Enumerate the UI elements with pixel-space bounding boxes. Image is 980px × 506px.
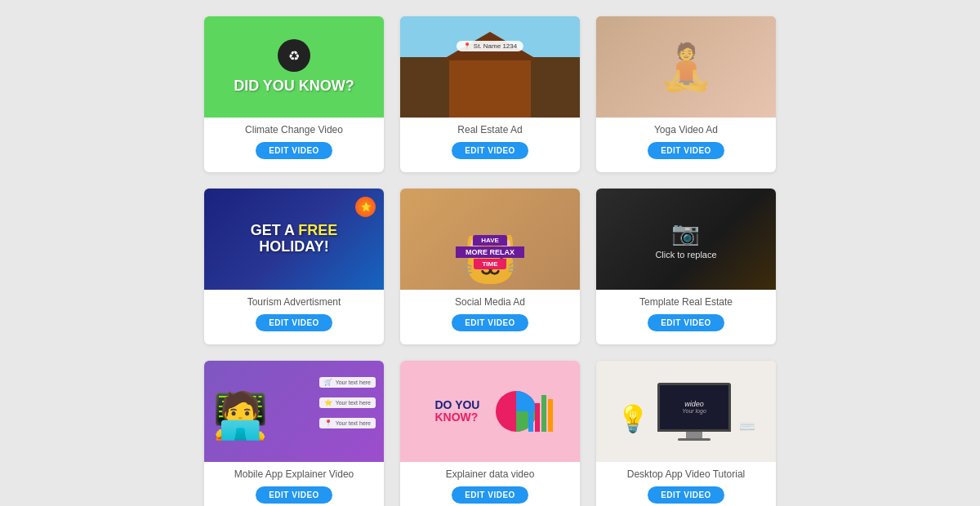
monitor-stand [678,438,710,441]
thumbnail-yoga: 🧘 [596,16,776,118]
thumbnail-real-estate: 📍 St. Name 1234 [400,16,580,118]
edit-button-social[interactable]: EDIT VIDEO [452,314,528,331]
card-yoga: 🧘 Yoga Video Ad EDIT VIDEO [596,16,776,172]
card-info-climate: Climate Change Video EDIT VIDEO [204,118,384,172]
video-grid: ♻ DID YOU KNOW? Climate Change Video EDI… [204,16,776,506]
relax-overlay: HAVE MORE RELAX TIME [456,235,524,269]
monitor-logo: wideo Your logo [682,400,706,414]
yoga-figure-icon: 🧘 [658,41,715,94]
thumbnail-explainer: DO YOUKNOW? [400,361,580,462]
chart-area [488,383,545,440]
app-line-3: 📍 Your text here [319,418,376,428]
edit-button-explainer[interactable]: EDIT VIDEO [452,486,528,504]
click-replace-text: Click to replace [655,250,716,260]
card-explainer-data: DO YOUKNOW? [400,361,580,506]
climate-text: DID YOU KNOW? [234,78,354,95]
bar-chart-area [528,387,553,432]
card-info-mobile-app: Mobile App Explainer Video EDIT VIDEO [204,462,384,506]
card-title-yoga: Yoga Video Ad [604,124,768,135]
recycle-icon: ♻ [278,39,310,72]
camera-icon: 📷 [671,220,700,246]
card-climate-change: ♻ DID YOU KNOW? Climate Change Video EDI… [204,16,384,172]
svg-rect-4 [548,399,553,432]
app-text-lines: 🛒 Your text here ⭐ Your text here 📍 Your… [319,377,376,428]
card-tourism: ⭐ GET A FREEHOLIDAY! Tourism Advertismen… [204,189,384,344]
relax-more-text: MORE RELAX [456,246,524,258]
relax-time-text: TIME [474,259,506,269]
card-title-explainer: Explainer data video [408,468,572,480]
card-info-template-re: Template Real Estate EDIT VIDEO [596,290,776,344]
thumbnail-mobile-app: 🧑‍💻 🛒 Your text here ⭐ Your text here 📍 … [204,361,384,462]
card-mobile-app: 🧑‍💻 🛒 Your text here ⭐ Your text here 📍 … [204,361,384,506]
do-you-know-text: DO YOUKNOW? [435,399,480,424]
svg-rect-1 [528,411,533,432]
house-body [449,60,531,118]
svg-rect-2 [535,403,540,432]
card-title-tourism: Tourism Advertisment [212,296,376,308]
app-line-2: ⭐ Your text here [319,397,376,408]
card-desktop-app: 💡 wideo Your logo ⌨️ Desktop App Video T… [596,361,776,506]
camera-icon-wrap: 📷 Click to replace [655,220,716,260]
monitor-base [686,432,702,438]
card-info-explainer: Explainer data video EDIT VIDEO [400,462,580,506]
thumbnail-social: 🐱 HAVE MORE RELAX TIME [400,189,580,290]
relax-have-text: HAVE [473,235,507,246]
edit-button-real-estate-ad[interactable]: EDIT VIDEO [452,142,528,159]
card-title-real-estate-ad: Real Estate Ad [408,124,572,135]
card-info-desktop: Desktop App Video Tutorial EDIT VIDEO [596,462,776,506]
cart-icon: 🛒 [324,379,332,386]
edit-button-mobile-app[interactable]: EDIT VIDEO [256,486,332,504]
room-background: 📷 Click to replace [596,189,776,290]
card-title-social: Social Media Ad [408,296,572,308]
thumbnail-desktop: 💡 wideo Your logo ⌨️ [596,361,776,462]
thumbnail-template-re: 📷 Click to replace [596,189,776,290]
bar-chart [528,387,553,432]
edit-button-climate[interactable]: EDIT VIDEO [256,142,332,159]
card-template-re: 📷 Click to replace Template Real Estate … [596,189,776,344]
card-title-climate: Climate Change Video [212,124,376,135]
location-pin: 📍 St. Name 1234 [457,41,523,51]
thumbnail-tourism: ⭐ GET A FREEHOLIDAY! [204,189,384,290]
card-real-estate-ad: 📍 St. Name 1234 Real Estate Ad EDIT VIDE… [400,16,580,172]
yoga-image: 🧘 [596,16,776,118]
edit-button-yoga[interactable]: EDIT VIDEO [648,142,724,159]
card-info-real-estate-ad: Real Estate Ad EDIT VIDEO [400,118,580,172]
svg-rect-3 [541,395,546,432]
do-you-know-text-wrap: DO YOUKNOW? [435,399,480,424]
card-info-social: Social Media Ad EDIT VIDEO [400,290,580,344]
house-bg [400,16,580,118]
keyboard-icon: ⌨️ [739,419,755,434]
card-title-template-re: Template Real Estate [604,296,768,308]
monitor-screen: wideo Your logo [657,383,731,432]
thumbnail-climate: ♻ DID YOU KNOW? [204,16,384,118]
holiday-text: GET A FREEHOLIDAY! [251,223,338,255]
desk-lamp-icon: 💡 [617,403,649,434]
monitor-wrap: wideo Your logo [657,383,731,441]
card-info-yoga: Yoga Video Ad EDIT VIDEO [596,118,776,172]
desktop-scene: 💡 wideo Your logo ⌨️ [617,383,755,441]
card-info-tourism: Tourism Advertisment EDIT VIDEO [204,290,384,344]
edit-button-template-re[interactable]: EDIT VIDEO [648,314,724,331]
app-line-1: 🛒 Your text here [319,377,376,388]
holiday-badge: ⭐ [355,197,376,217]
card-title-desktop: Desktop App Video Tutorial [604,468,768,480]
location-icon: 📍 [324,419,332,427]
edit-button-tourism[interactable]: EDIT VIDEO [256,314,332,331]
card-title-mobile-app: Mobile App Explainer Video [212,468,376,480]
star-icon: ⭐ [324,399,332,406]
app-person-icon: 🧑‍💻 [212,389,269,442]
edit-button-desktop[interactable]: EDIT VIDEO [648,486,724,504]
card-social-media: 🐱 HAVE MORE RELAX TIME Social Media Ad E… [400,189,580,344]
